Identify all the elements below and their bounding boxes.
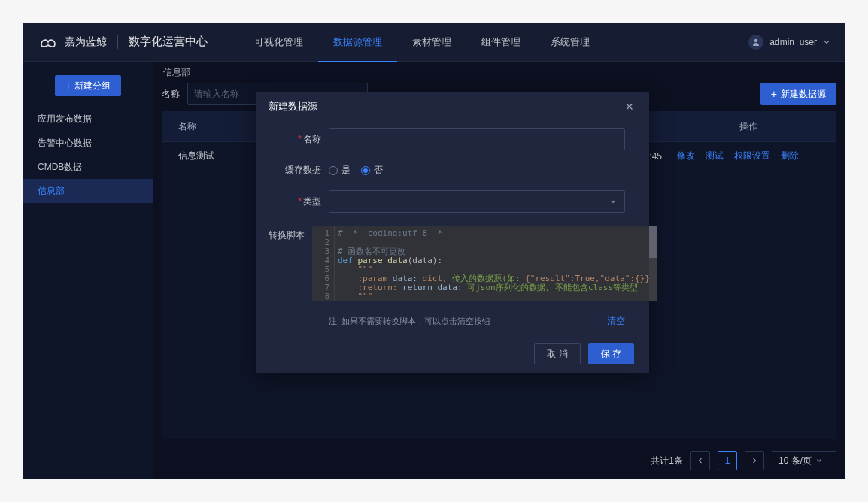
sidebar-item-app-release[interactable]: 应用发布数据 bbox=[23, 107, 153, 131]
pager-next[interactable] bbox=[745, 451, 764, 470]
nav-visual[interactable]: 可视化管理 bbox=[239, 23, 318, 62]
name-input[interactable] bbox=[329, 128, 625, 150]
sidebar-item-cmdb[interactable]: CMDB数据 bbox=[23, 155, 153, 179]
close-icon[interactable]: ✕ bbox=[622, 98, 637, 116]
col-ops: 操作 bbox=[677, 120, 820, 133]
code-area: # -*- coding:utf-8 -*- # 函数名不可更改 def par… bbox=[335, 226, 657, 301]
op-edit[interactable]: 修改 bbox=[677, 150, 695, 162]
radio-off-icon bbox=[329, 166, 338, 175]
pager-size-select[interactable]: 10 条/页 bbox=[772, 451, 836, 470]
chevron-left-icon bbox=[697, 457, 703, 464]
cache-yes-radio[interactable]: 是 bbox=[329, 164, 351, 177]
field-name-label: 名称 bbox=[303, 134, 321, 144]
new-datasource-button[interactable]: + 新建数据源 bbox=[760, 83, 836, 105]
breadcrumb: 信息部 bbox=[162, 62, 836, 83]
chevron-down-icon bbox=[823, 38, 830, 46]
cancel-button[interactable]: 取 消 bbox=[534, 343, 580, 364]
scrollbar[interactable] bbox=[649, 226, 657, 301]
nav-component[interactable]: 组件管理 bbox=[466, 23, 536, 62]
svg-point-0 bbox=[754, 38, 757, 41]
clear-button[interactable]: 清空 bbox=[607, 315, 625, 328]
nav-datasource[interactable]: 数据源管理 bbox=[318, 23, 397, 62]
user-name: admin_user bbox=[769, 37, 817, 47]
radio-on-icon bbox=[361, 166, 370, 175]
new-group-label: 新建分组 bbox=[74, 80, 111, 92]
type-select[interactable] bbox=[329, 190, 625, 213]
pager-prev[interactable] bbox=[690, 451, 710, 470]
script-note: 注: 如果不需要转换脚本，可以点击清空按钮 bbox=[329, 316, 490, 327]
save-button[interactable]: 保 存 bbox=[588, 343, 634, 364]
gutter: 12345678 bbox=[312, 226, 335, 301]
new-datasource-modal: 新建数据源 ✕ *名称 缓存数据 是 bbox=[256, 92, 649, 373]
logo-icon bbox=[38, 35, 59, 49]
plus-icon: + bbox=[771, 89, 777, 99]
field-script-label: 转换脚本 bbox=[269, 226, 312, 242]
sidebar-item-alarm[interactable]: 告警中心数据 bbox=[23, 131, 153, 155]
chevron-down-icon bbox=[816, 458, 822, 464]
cache-no-radio[interactable]: 否 bbox=[361, 164, 383, 177]
header-divider bbox=[117, 35, 118, 49]
nav-material[interactable]: 素材管理 bbox=[397, 23, 466, 62]
chevron-right-icon bbox=[751, 457, 757, 464]
op-delete[interactable]: 删除 bbox=[781, 150, 799, 162]
code-editor[interactable]: 12345678 # -*- coding:utf-8 -*- # 函数名不可更… bbox=[312, 226, 657, 301]
field-type-label: 类型 bbox=[303, 196, 321, 207]
pager-page-1[interactable]: 1 bbox=[718, 451, 737, 470]
brand-name: 嘉为蓝鲸 bbox=[65, 35, 107, 49]
chevron-down-icon bbox=[609, 198, 617, 205]
field-cache-label: 缓存数据 bbox=[269, 164, 329, 177]
avatar bbox=[748, 35, 763, 50]
op-test[interactable]: 测试 bbox=[706, 150, 724, 162]
user-menu[interactable]: admin_user bbox=[748, 35, 830, 50]
app-title: 数字化运营中心 bbox=[129, 35, 208, 49]
pager-total: 共计1条 bbox=[651, 455, 683, 467]
sidebar-item-info[interactable]: 信息部 bbox=[23, 179, 153, 203]
new-group-button[interactable]: + 新建分组 bbox=[55, 75, 121, 96]
brand: 嘉为蓝鲸 bbox=[38, 35, 107, 49]
nav-system[interactable]: 系统管理 bbox=[536, 23, 605, 62]
modal-title: 新建数据源 bbox=[269, 100, 317, 113]
plus-icon: + bbox=[65, 80, 71, 91]
search-label: 名称 bbox=[162, 88, 180, 101]
op-perm[interactable]: 权限设置 bbox=[734, 150, 770, 162]
